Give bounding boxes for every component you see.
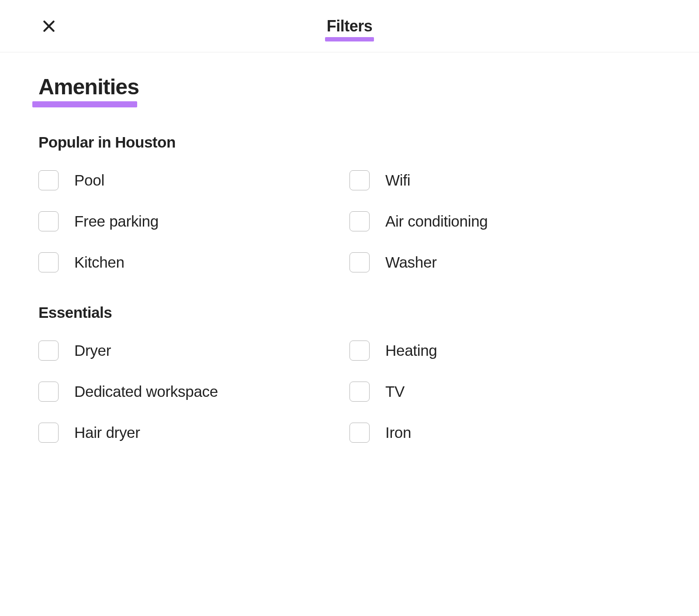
options-column-right: Heating TV Iron — [350, 341, 661, 443]
option-label: Hair dryer — [74, 424, 140, 441]
section-title-wrap: Amenities — [38, 74, 139, 100]
options-columns: Pool Free parking Kitchen Wifi — [38, 170, 661, 272]
amenity-option-kitchen[interactable]: Kitchen — [38, 252, 350, 272]
option-label: Air conditioning — [385, 213, 488, 230]
options-column-left: Dryer Dedicated workspace Hair dryer — [38, 341, 350, 443]
options-columns: Dryer Dedicated workspace Hair dryer Hea… — [38, 341, 661, 443]
checkbox[interactable] — [350, 211, 370, 231]
group-title: Essentials — [38, 304, 661, 321]
modal-title: Filters — [327, 17, 373, 35]
checkbox[interactable] — [350, 423, 370, 443]
option-label: Heating — [385, 342, 437, 359]
checkbox[interactable] — [38, 423, 59, 443]
close-button[interactable] — [40, 17, 58, 35]
option-label: TV — [385, 383, 405, 400]
amenity-option-hair-dryer[interactable]: Hair dryer — [38, 423, 350, 443]
amenity-option-pool[interactable]: Pool — [38, 170, 350, 190]
option-label: Iron — [385, 424, 411, 441]
amenity-option-tv[interactable]: TV — [350, 382, 661, 402]
amenity-option-wifi[interactable]: Wifi — [350, 170, 661, 190]
modal-title-wrap: Filters — [327, 17, 373, 35]
option-label: Pool — [74, 172, 104, 189]
checkbox[interactable] — [38, 382, 59, 402]
options-column-left: Pool Free parking Kitchen — [38, 170, 350, 272]
group-title: Popular in Houston — [38, 134, 661, 151]
option-label: Washer — [385, 254, 437, 271]
modal-header: Filters — [0, 0, 699, 52]
option-label: Kitchen — [74, 254, 125, 271]
option-label: Dedicated workspace — [74, 383, 218, 400]
options-column-right: Wifi Air conditioning Washer — [350, 170, 661, 272]
checkbox[interactable] — [38, 211, 59, 231]
amenity-option-dryer[interactable]: Dryer — [38, 341, 350, 361]
checkbox[interactable] — [350, 170, 370, 190]
amenity-option-iron[interactable]: Iron — [350, 423, 661, 443]
checkbox[interactable] — [350, 382, 370, 402]
option-label: Free parking — [74, 213, 159, 230]
filters-modal: Filters Amenities Popular in Houston Poo… — [0, 0, 699, 443]
option-label: Wifi — [385, 172, 410, 189]
amenity-option-free-parking[interactable]: Free parking — [38, 211, 350, 231]
modal-content: Amenities Popular in Houston Pool Free p… — [0, 52, 699, 443]
checkbox[interactable] — [350, 252, 370, 272]
amenity-group-essentials: Essentials Dryer Dedicated workspace Hai… — [38, 304, 661, 443]
close-icon — [42, 19, 56, 33]
amenity-option-heating[interactable]: Heating — [350, 341, 661, 361]
checkbox[interactable] — [38, 252, 59, 272]
amenity-group-popular: Popular in Houston Pool Free parking Kit… — [38, 134, 661, 272]
option-label: Dryer — [74, 342, 111, 359]
amenity-option-washer[interactable]: Washer — [350, 252, 661, 272]
highlight-underline — [32, 101, 137, 107]
checkbox[interactable] — [38, 170, 59, 190]
amenity-option-air-conditioning[interactable]: Air conditioning — [350, 211, 661, 231]
highlight-underline — [325, 37, 374, 41]
section-title: Amenities — [38, 74, 139, 100]
checkbox[interactable] — [38, 341, 59, 361]
checkbox[interactable] — [350, 341, 370, 361]
amenity-option-dedicated-workspace[interactable]: Dedicated workspace — [38, 382, 350, 402]
